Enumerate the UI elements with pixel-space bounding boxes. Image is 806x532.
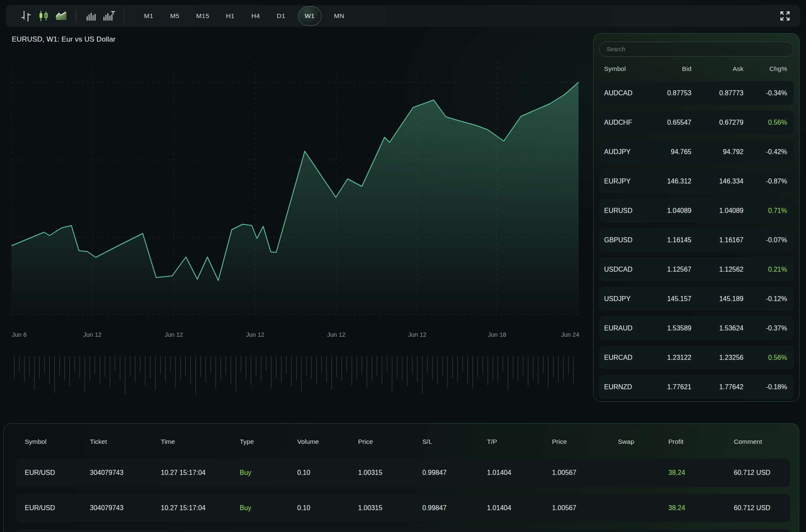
position-row[interactable]: EUR/USD30407974310.27 15:17:04Buy0.101.0…	[16, 529, 790, 532]
area-chart-icon	[55, 10, 68, 22]
volume-bar	[210, 356, 211, 373]
volume-bar	[457, 356, 458, 381]
search-input[interactable]	[599, 42, 794, 57]
watchlist-row-eurusd[interactable]: EURUSD1.040891.040890.71%	[599, 199, 794, 223]
position-row[interactable]: EUR/USD30407974310.27 15:17:04Buy0.101.0…	[16, 494, 790, 522]
volume-bar	[346, 356, 347, 371]
volume-bar	[513, 356, 513, 378]
volume-bar	[467, 356, 468, 384]
volume-bar	[361, 356, 362, 375]
watchlist-row-audjpy[interactable]: AUDJPY94.76594.792-0.42%	[599, 140, 794, 164]
volume-bar	[392, 356, 393, 391]
watchlist-row-audchf[interactable]: AUDCHF0.655470.672790.56%	[599, 110, 794, 134]
cell-price2: 1.00567	[552, 504, 618, 512]
volume-bar	[356, 356, 357, 379]
volume-bar	[397, 356, 398, 378]
volume-bar	[306, 356, 307, 375]
volume-bar	[130, 356, 131, 375]
volume-bar	[14, 356, 15, 379]
x-axis-label: Jun 24	[561, 331, 579, 338]
timeframe-h1[interactable]: H1	[222, 7, 238, 25]
watchlist-row-audcad[interactable]: AUDCAD0.877530.87773-0.34%	[599, 81, 794, 105]
x-axis-label: Jun 12	[327, 331, 345, 338]
cell-symbol: USDCAD	[604, 266, 637, 273]
chart-toolbar: M1M5M15H1H4D1W1MN	[6, 5, 800, 27]
cell-chg: 0.21%	[743, 266, 787, 273]
watchlist-row-gbpusd[interactable]: GBPUSD1.161451.16167-0.07%	[599, 228, 794, 252]
watchlist-row-eurjpy[interactable]: EURJPY146.312146.334-0.87%	[599, 169, 794, 193]
volume-bar	[492, 356, 493, 380]
volume-bar	[518, 356, 518, 381]
cell-symbol: EURNZD	[604, 383, 637, 391]
timeframe-mn[interactable]: MN	[330, 7, 349, 25]
volume-bar	[256, 356, 256, 376]
price-chart-canvas[interactable]: Jun 6Jun 12Jun 12Jun 12Jun 12Jun 12Jun 1…	[0, 59, 584, 395]
volume-bar	[84, 356, 85, 392]
volume-bar	[64, 356, 65, 380]
volume-bar	[170, 356, 171, 371]
cell-ticket: 304079743	[90, 504, 161, 512]
volume-bar	[120, 356, 120, 380]
watchlist-row-usdjpy[interactable]: USDJPY145.157145.189-0.12%	[599, 287, 794, 311]
tick-volume-icon[interactable]	[100, 8, 118, 24]
fullscreen-button[interactable]	[776, 7, 794, 25]
cell-tp: 1.01404	[487, 469, 552, 477]
cell-volume: 0.10	[297, 504, 358, 512]
volume-bar	[94, 356, 95, 374]
cell-ask: 145.189	[691, 295, 743, 303]
timeframe-d1[interactable]: D1	[272, 7, 289, 25]
cell-symbol: EUR/USD	[25, 469, 90, 477]
volume-bar	[377, 356, 377, 376]
cell-bid: 1.53589	[637, 325, 691, 332]
timeframe-m1[interactable]: M1	[140, 7, 157, 25]
watchlist-row-usdcad[interactable]: USDCAD1.125671.125620.21%	[599, 257, 794, 281]
cell-tp: 1.01404	[487, 504, 552, 512]
cell-profit: 38.24	[668, 469, 734, 477]
volume-bar	[568, 356, 569, 375]
position-row[interactable]: EUR/USD30407974310.27 15:17:04Buy0.101.0…	[16, 459, 790, 487]
positions-column-8-price: Price	[552, 438, 618, 446]
cell-volume: 0.10	[297, 469, 358, 477]
volume-bar	[261, 356, 262, 381]
cell-symbol: USDJPY	[604, 295, 637, 303]
cell-price2: 1.00567	[552, 469, 618, 477]
watchlist-row-euraud[interactable]: EURAUD1.535891.53624-0.37%	[599, 316, 794, 340]
cell-symbol: AUDCAD	[604, 89, 637, 97]
volume-bar	[523, 356, 523, 375]
volume-bar	[241, 356, 241, 372]
volume-bar	[125, 356, 126, 394]
timeframe-h4[interactable]: H4	[247, 7, 264, 25]
positions-column-0-symbol: Symbol	[25, 438, 90, 446]
volume-bar	[427, 356, 428, 373]
volume-bar	[69, 356, 70, 386]
cell-chg: -0.34%	[743, 89, 787, 97]
cell-price: 1.00315	[358, 469, 422, 477]
area-chart-icon[interactable]	[52, 8, 70, 24]
volume-bar	[49, 356, 50, 385]
volume-bar	[59, 356, 60, 375]
volume-bar	[497, 356, 498, 383]
volume-bar	[407, 356, 408, 386]
volume-bar	[321, 356, 322, 373]
volume-bar	[336, 356, 337, 377]
volume-bar	[563, 356, 564, 380]
candles-icon[interactable]	[35, 8, 52, 24]
watchlist-row-eurnzd[interactable]: EURNZD1.776211.77642-0.18%	[599, 375, 794, 399]
volume-icon[interactable]	[82, 8, 100, 24]
timeframe-w1[interactable]: W1	[298, 6, 322, 26]
cell-chg: -0.87%	[743, 178, 787, 185]
volume-bar	[477, 356, 478, 377]
volume-bar	[236, 356, 236, 391]
x-axis-label: Jun 12	[246, 331, 264, 338]
timeframe-m5[interactable]: M5	[166, 7, 183, 25]
cell-ask: 1.04089	[691, 207, 743, 215]
watchlist-row-eurcad[interactable]: EURCAD1.231221.232560.56%	[599, 346, 794, 370]
cell-chg: 0.71%	[743, 207, 787, 215]
cell-ask: 146.334	[691, 178, 743, 185]
cell-bid: 1.16145	[637, 236, 691, 244]
watchlist-column-ask: Ask	[691, 65, 743, 73]
watchlist-column-bid: Bid	[637, 65, 691, 73]
volume-bar	[135, 356, 136, 383]
bars-icon[interactable]	[17, 8, 35, 24]
timeframe-m15[interactable]: M15	[192, 7, 213, 25]
